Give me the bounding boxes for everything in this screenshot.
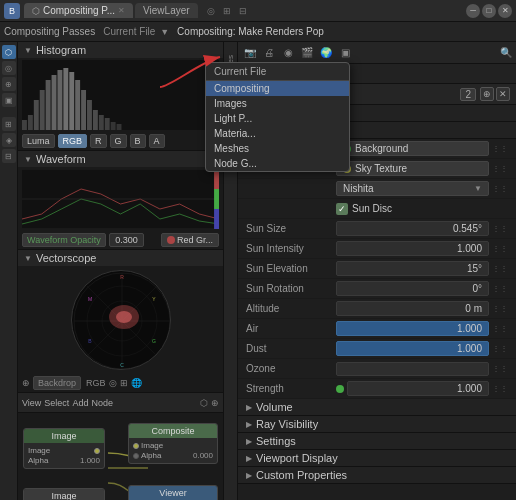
tab-compositing[interactable]: ⬡ Compositing P... ✕ [24, 3, 133, 18]
toolbar-btn-3[interactable]: ⊕ [2, 77, 16, 91]
histogram-header[interactable]: ▼ Histogram [18, 42, 223, 58]
waveform-header[interactable]: ▼ Waveform [18, 151, 223, 167]
sunrotation-field[interactable]: 0° [336, 281, 489, 296]
histogram-b-btn[interactable]: B [130, 134, 146, 148]
ne-view-btn[interactable]: View [22, 398, 41, 408]
ne-node-btn[interactable]: Node [91, 398, 113, 408]
title-icon-1[interactable]: ◎ [204, 6, 218, 16]
color-value-btn[interactable]: Sky Texture [336, 161, 489, 176]
toolbar-btn-5[interactable]: ⊞ [2, 117, 16, 131]
tab-compositing-label: Compositing P... [43, 5, 115, 16]
settings-collapsible[interactable]: ▶ Settings [238, 433, 516, 450]
histogram-rgb-btn[interactable]: RGB [58, 134, 88, 148]
toolbar-btn-2[interactable]: ◎ [2, 61, 16, 75]
viewport-label: Viewport Display [256, 452, 338, 464]
prop-row-sunrotation: Sun Rotation 0° ⋮⋮ [238, 279, 516, 299]
prop-sunintensity-label: Sun Intensity [246, 243, 336, 254]
ozone-value-area: ⋮⋮ [336, 362, 508, 376]
color-value-text: Sky Texture [355, 163, 407, 174]
dropdown-item-meshes[interactable]: Meshes [206, 141, 349, 156]
prop-icon-world[interactable]: 🌍 [318, 45, 334, 61]
dropdown-item-compositing[interactable]: Compositing [206, 81, 349, 96]
altitude-field[interactable]: 0 m [336, 301, 489, 316]
ne-icon-2[interactable]: ⊕ [211, 398, 219, 408]
nishita-dropdown[interactable]: Nishita ▼ [336, 181, 489, 196]
vs-rgb-btn[interactable]: RGB [86, 378, 106, 388]
sunsize-field[interactable]: 0.545° [336, 221, 489, 236]
waveform-channel-btn[interactable]: Red Gr... [161, 233, 219, 247]
prop-icon-object[interactable]: ▣ [337, 45, 353, 61]
rayvis-collapsible[interactable]: ▶ Ray Visibility [238, 416, 516, 433]
sunelevation-field[interactable]: 15° [336, 261, 489, 276]
surface-value-btn[interactable]: Background [336, 141, 489, 156]
title-icon-2[interactable]: ⊞ [220, 6, 234, 16]
svg-rect-3 [40, 90, 45, 130]
sunintensity-field[interactable]: 1.000 [336, 241, 489, 256]
rayvis-label: Ray Visibility [256, 418, 318, 430]
prop-icon-view[interactable]: ◉ [280, 45, 296, 61]
color-dots: ⋮⋮ [492, 164, 508, 173]
minimize-button[interactable]: ─ [466, 4, 480, 18]
histogram-r-btn[interactable]: R [90, 134, 107, 148]
tab-viewlayer[interactable]: ViewLayer [135, 3, 198, 18]
node-composite[interactable]: Composite Image Alpha 0. [128, 423, 218, 464]
ne-icon-1[interactable]: ⬡ [200, 398, 208, 408]
node-viewer[interactable]: Viewer Con Alpha Alpha 0 [128, 485, 218, 500]
surface-dots: ⋮⋮ [492, 144, 508, 153]
sundisc-checkbox[interactable]: ✓ [336, 203, 348, 215]
ozone-dots: ⋮⋮ [492, 364, 508, 373]
world-icon-2[interactable]: ✕ [496, 87, 510, 101]
title-icon-3[interactable]: ⊟ [236, 6, 250, 16]
toolbar-btn-7[interactable]: ⊟ [2, 149, 16, 163]
node-image-1-alpha-val: 1.000 [80, 456, 100, 465]
ne-add-btn[interactable]: Add [72, 398, 88, 408]
tab-close-icon[interactable]: ✕ [118, 6, 125, 15]
node-canvas: Image Image Alpha 1.000 [18, 413, 223, 500]
sunelevation-value-area: 15° ⋮⋮ [336, 261, 508, 276]
far-left-toolbar: ⬡ ◎ ⊕ ▣ ⊞ ◈ ⊟ [0, 42, 18, 500]
vs-icon-2[interactable]: ⊞ [120, 378, 128, 388]
histogram-g-btn[interactable]: G [110, 134, 127, 148]
node-image-1[interactable]: Image Image Alpha 1.000 [23, 428, 105, 469]
sunintensity-dots: ⋮⋮ [492, 244, 508, 253]
toolbar-btn-4[interactable]: ▣ [2, 93, 16, 107]
strength-dots: ⋮⋮ [492, 384, 508, 393]
current-file-btn[interactable]: Current File ▼ [103, 26, 169, 37]
prop-filter-icon[interactable]: 🔍 [500, 47, 512, 58]
toolbar-btn-1[interactable]: ⬡ [2, 45, 16, 59]
dropdown-item-light[interactable]: Light P... [206, 111, 349, 126]
prop-icon-render[interactable]: 📷 [242, 45, 258, 61]
air-dots: ⋮⋮ [492, 324, 508, 333]
histogram-luma-btn[interactable]: Luma [22, 134, 55, 148]
node-image-2[interactable]: Image Image [23, 488, 105, 500]
dropdown-item-images[interactable]: Images [206, 96, 349, 111]
volume-collapsible[interactable]: ▶ Volume [238, 399, 516, 416]
ozone-field[interactable] [336, 362, 489, 376]
world-icon-1[interactable]: ⊕ [480, 87, 494, 101]
viewport-collapsible[interactable]: ▶ Viewport Display [238, 450, 516, 467]
toolbar-btn-6[interactable]: ◈ [2, 133, 16, 147]
strength-field[interactable]: 1.000 [347, 381, 489, 396]
svg-rect-2 [34, 100, 39, 130]
vs-backdrop-btn[interactable]: Backdrop [33, 376, 81, 390]
dust-field[interactable]: 1.000 [336, 341, 489, 356]
maximize-button[interactable]: □ [482, 4, 496, 18]
histogram-a-btn[interactable]: A [149, 134, 165, 148]
waveform-title: Waveform [36, 153, 86, 165]
close-button[interactable]: ✕ [498, 4, 512, 18]
prop-icon-output[interactable]: 🖨 [261, 45, 277, 61]
node-image-1-row2: Alpha 1.000 [28, 456, 100, 465]
second-toolbar: Compositing Passes Current File ▼ Compos… [0, 22, 516, 42]
vs-icon-1[interactable]: ◎ [109, 378, 117, 388]
vs-globe-icon[interactable]: 🌐 [131, 378, 142, 388]
dropdown-item-nodeg[interactable]: Node G... [206, 156, 349, 171]
tab-viewlayer-label: ViewLayer [143, 5, 190, 16]
dropdown-item-materia[interactable]: Materia... [206, 126, 349, 141]
vectorscope-header[interactable]: ▼ Vectorscope [18, 250, 223, 266]
waveform-opacity-value[interactable]: 0.300 [109, 233, 144, 247]
custom-props-collapsible[interactable]: ▶ Custom Properties [238, 467, 516, 484]
ne-select-btn[interactable]: Select [44, 398, 69, 408]
vs-btn-1[interactable]: ⊕ [22, 378, 30, 388]
air-field[interactable]: 1.000 [336, 321, 489, 336]
prop-icon-scene[interactable]: 🎬 [299, 45, 315, 61]
